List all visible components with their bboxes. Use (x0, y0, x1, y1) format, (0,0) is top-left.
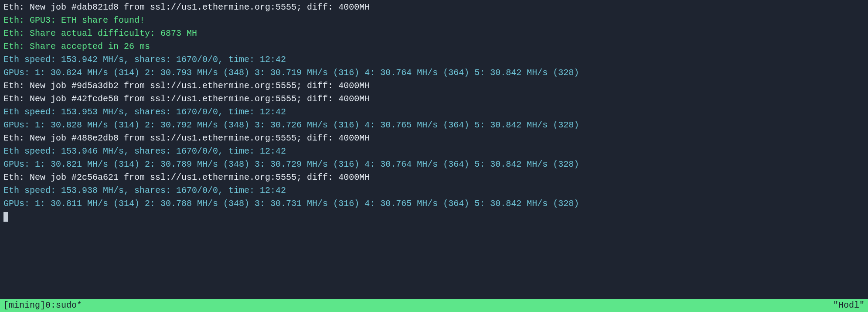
terminal-line: Eth: New job #488e2db8 from ssl://us1.et… (3, 132, 865, 145)
window-name: 0:sudo* (45, 299, 82, 312)
host-name: "Hodl" (833, 299, 865, 312)
terminal-line: GPUs: 1: 30.811 MH/s (314) 2: 30.788 MH/… (3, 197, 865, 210)
status-right: "Hodl" (833, 299, 865, 312)
terminal-cursor (3, 212, 8, 222)
terminal-line: Eth speed: 153.946 MH/s, shares: 1670/0/… (3, 145, 865, 158)
terminal-line: GPUs: 1: 30.828 MH/s (314) 2: 30.792 MH/… (3, 119, 865, 132)
terminal-line: Eth: New job #42fcde58 from ssl://us1.et… (3, 93, 865, 106)
terminal-line: Eth: Share accepted in 26 ms (3, 40, 865, 53)
terminal-output[interactable]: Eth: New job #dab821d8 from ssl://us1.et… (0, 0, 868, 210)
session-name: [mining] (3, 299, 45, 312)
terminal-line: Eth: New job #9d5a3db2 from ssl://us1.et… (3, 79, 865, 93)
terminal-line: Eth: New job #2c56a621 from ssl://us1.et… (3, 171, 865, 184)
terminal-line: Eth speed: 153.942 MH/s, shares: 1670/0/… (3, 53, 865, 66)
terminal-line: Eth speed: 153.938 MH/s, shares: 1670/0/… (3, 184, 865, 197)
tmux-status-bar: [mining] 0:sudo* "Hodl" (0, 299, 868, 312)
terminal-line: Eth: New job #dab821d8 from ssl://us1.et… (3, 1, 865, 14)
terminal-line: GPUs: 1: 30.824 MH/s (314) 2: 30.793 MH/… (3, 66, 865, 79)
terminal-line: Eth speed: 153.953 MH/s, shares: 1670/0/… (3, 106, 865, 119)
terminal-line: Eth: GPU3: ETH share found! (3, 14, 865, 27)
terminal-line: Eth: Share actual difficulty: 6873 MH (3, 27, 865, 40)
terminal-line: GPUs: 1: 30.821 MH/s (314) 2: 30.789 MH/… (3, 158, 865, 171)
status-left: [mining] 0:sudo* (3, 299, 82, 312)
